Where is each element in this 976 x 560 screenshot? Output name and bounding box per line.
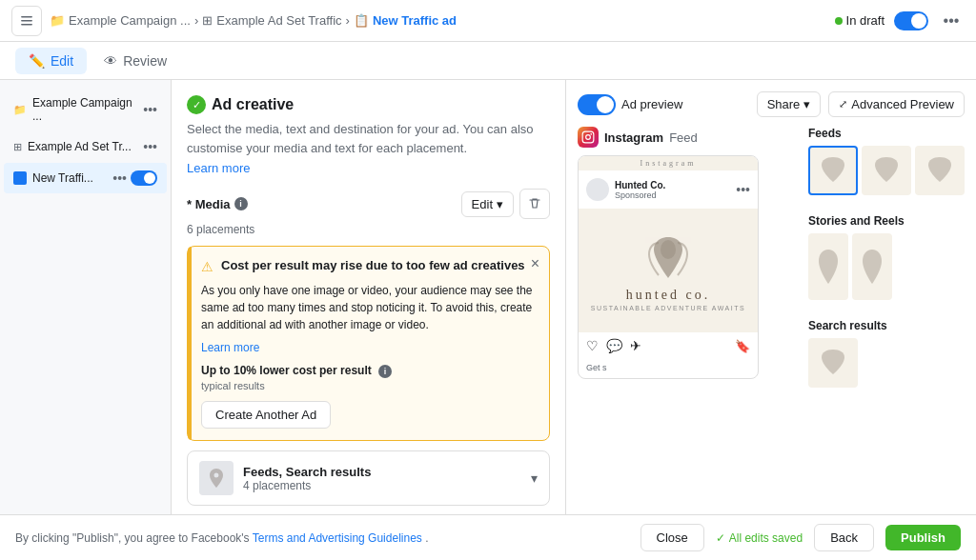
sidebar-item-ad[interactable]: New Traffi... ••• <box>4 163 167 193</box>
feeds-subtitle: 4 placements <box>243 479 371 492</box>
svg-rect-3 <box>582 131 594 143</box>
adset-dots-button[interactable]: ••• <box>143 139 157 154</box>
advanced-preview-button[interactable]: ⤢ Advanced Preview <box>828 91 965 117</box>
breadcrumb-campaign[interactable]: 📁 Example Campaign ... <box>50 13 191 28</box>
media-label: * Media i <box>187 197 248 211</box>
ig-username: Hunted Co. <box>615 180 665 190</box>
search-section: Search results <box>808 319 965 397</box>
check-icon: ✓ <box>187 95 206 114</box>
svg-rect-2 <box>21 24 32 26</box>
ad-creative-header: ✓ Ad creative <box>187 95 550 114</box>
share-button[interactable]: Share ▾ <box>757 91 822 117</box>
preview-thumbs: Feeds <box>808 127 965 397</box>
sidebar-toggle-button[interactable] <box>11 6 42 36</box>
breadcrumb-ad[interactable]: 📋 New Traffic ad <box>354 13 457 28</box>
breadcrumb-adset[interactable]: ⊞ Example Ad Set Traffic <box>202 13 341 28</box>
saved-status: ✓ All edits saved <box>716 531 803 545</box>
thumb-story-2[interactable] <box>852 233 892 300</box>
ig-more-icon[interactable]: ••• <box>736 182 750 197</box>
ig-bookmark-icon[interactable]: 🔖 <box>735 339 750 353</box>
sidebar-item-adset[interactable]: ⊞ Example Ad Set Tr... ••• <box>4 131 167 162</box>
thumb-story-1[interactable] <box>808 233 848 300</box>
ig-comment-icon[interactable]: 💬 <box>606 338 622 353</box>
preview-main: Instagram Feed Instagram Hunted Co. Spon… <box>578 127 799 397</box>
more-options-button[interactable]: ••• <box>938 8 965 34</box>
media-row: * Media i Edit ▾ <box>187 189 550 219</box>
status-toggle[interactable] <box>894 11 928 30</box>
preview-content: Instagram Feed Instagram Hunted Co. Spon… <box>578 127 965 397</box>
back-button[interactable]: Back <box>814 524 874 551</box>
right-panel: Ad preview Share ▾ ⤢ Advanced Preview <box>566 80 976 514</box>
media-actions: Edit ▾ <box>461 189 550 219</box>
preview-label: Ad preview <box>621 97 682 111</box>
instagram-mock: Instagram Hunted Co. Sponsored ••• <box>578 155 759 379</box>
ig-sponsored: Sponsored <box>615 190 665 200</box>
sidebar-item-campaign[interactable]: 📁 Example Campaign ... ••• <box>4 89 167 130</box>
warning-box: × ⚠ Cost per result may rise due to too … <box>187 246 550 441</box>
create-another-ad-button[interactable]: Create Another Ad <box>201 401 331 429</box>
ad-creative-title: Ad creative <box>212 96 294 113</box>
thumb-search-1[interactable] <box>808 338 858 388</box>
preview-actions: Share ▾ ⤢ Advanced Preview <box>757 91 965 117</box>
up-to-info-icon[interactable]: i <box>378 365 392 378</box>
ig-mock-header: Hunted Co. Sponsored ••• <box>579 170 758 209</box>
main-content: 📁 Example Campaign ... ••• ⊞ Example Ad … <box>0 80 976 514</box>
ad-blue-icon <box>13 171 27 185</box>
campaign-icon: 📁 <box>50 13 65 28</box>
ad-icon: 📋 <box>354 13 369 28</box>
delete-media-button[interactable] <box>519 189 550 219</box>
feeds-thumb-row <box>808 146 965 195</box>
center-panel: ✓ Ad creative Select the media, text and… <box>172 80 566 514</box>
ad-creative-desc: Select the media, text and destination f… <box>187 120 550 157</box>
tab-edit[interactable]: ✏️ Edit <box>15 48 87 74</box>
ig-user-info: Hunted Co. Sponsored <box>615 180 665 200</box>
feeds-row[interactable]: Feeds, Search results 4 placements ▾ <box>187 450 550 506</box>
media-info-icon[interactable]: i <box>234 197 248 210</box>
stories-section-title: Stories and Reels <box>808 214 965 228</box>
ig-actions: ♡ 💬 ✈ 🔖 <box>579 332 758 359</box>
ig-action-buttons: ♡ 💬 ✈ <box>586 338 641 353</box>
campaign-dots-button[interactable]: ••• <box>143 102 157 117</box>
ig-brand-name: hunted co. <box>626 288 710 303</box>
ig-tagline: SUSTAINABLE ADVENTURE AWAITS <box>591 305 745 311</box>
warning-body: As you only have one image or video, you… <box>201 282 536 333</box>
svg-rect-0 <box>21 16 32 18</box>
terms-link[interactable]: Terms and Advertising Guidelines <box>253 531 422 545</box>
ad-toggle[interactable] <box>131 170 157 186</box>
svg-point-4 <box>586 135 591 140</box>
ig-brand-bar: Instagram <box>579 156 758 170</box>
publish-button[interactable]: Publish <box>885 525 961 550</box>
adset-icon: ⊞ <box>202 13 213 28</box>
svg-point-6 <box>661 240 676 259</box>
warning-border <box>188 247 192 440</box>
preview-toggle: Ad preview <box>578 94 682 115</box>
learn-more-link[interactable]: Learn more <box>187 161 250 175</box>
stories-thumb-row <box>808 233 965 300</box>
feeds-info: Feeds, Search results 4 placements <box>243 465 371 492</box>
bottom-bar: By clicking "Publish", you agree to Face… <box>0 514 976 560</box>
thumb-feed-2[interactable] <box>862 146 911 195</box>
warning-learn-more-link[interactable]: Learn more <box>201 341 536 354</box>
ad-dots-button[interactable]: ••• <box>112 170 127 186</box>
search-section-title: Search results <box>808 319 965 332</box>
ig-share-icon[interactable]: ✈ <box>630 338 641 353</box>
feeds-section-title: Feeds <box>808 127 965 140</box>
edit-review-bar: ✏️ Edit 👁 Review <box>0 42 976 80</box>
adset-grid-icon: ⊞ <box>13 141 22 153</box>
edit-media-button[interactable]: Edit ▾ <box>461 191 514 217</box>
left-sidebar: 📁 Example Campaign ... ••• ⊞ Example Ad … <box>0 80 172 514</box>
disclaimer-text: By clicking "Publish", you agree to Face… <box>15 531 629 545</box>
thumb-feed-1[interactable] <box>808 146 858 195</box>
ig-heart-icon[interactable]: ♡ <box>586 338 599 353</box>
placement-label: Instagram Feed <box>578 127 799 148</box>
feeds-thumbnail <box>199 461 234 495</box>
thumb-feed-3[interactable] <box>915 146 965 195</box>
close-button[interactable]: Close <box>640 524 704 551</box>
preview-header: Ad preview Share ▾ ⤢ Advanced Preview <box>578 91 965 117</box>
tab-review[interactable]: 👁 Review <box>91 48 180 74</box>
warning-close-button[interactable]: × <box>531 256 539 271</box>
review-icon: 👁 <box>104 53 117 69</box>
svg-point-5 <box>590 133 592 135</box>
feeds-title: Feeds, Search results <box>243 465 371 479</box>
preview-toggle-switch[interactable] <box>578 94 616 115</box>
